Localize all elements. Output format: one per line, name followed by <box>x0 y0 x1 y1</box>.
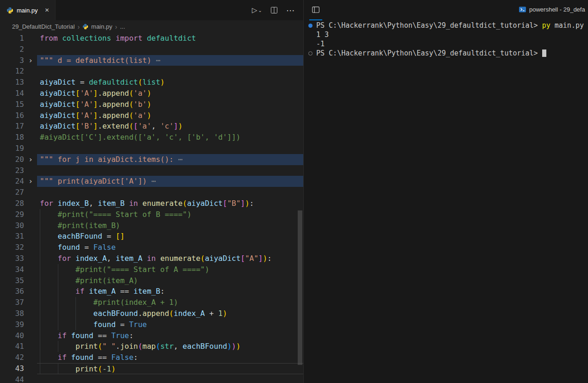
code-line-text[interactable] <box>37 66 303 77</box>
code-line[interactable]: 19 <box>0 143 303 154</box>
breadcrumb-file[interactable]: main.py <box>91 23 113 30</box>
code-line-text[interactable]: print(" ".join(map(str, eachBFound))) <box>37 341 303 352</box>
code-line-text[interactable] <box>37 374 303 383</box>
fold-chevron-icon[interactable]: › <box>24 55 37 66</box>
code-line[interactable]: 15aiyaDict['A'].append('b') <box>0 99 303 110</box>
breadcrumb-folder[interactable]: 29_DefaultDict_Tutorial <box>12 23 75 30</box>
indent-guide <box>58 341 58 352</box>
code-line[interactable]: 38 eachBFound.append(index_A + 1) <box>0 308 303 319</box>
more-actions-button[interactable]: ⋯ <box>286 5 295 16</box>
code-line-text[interactable]: if found == True: <box>37 330 303 341</box>
command-prompt-decoration-icon[interactable] <box>308 51 313 56</box>
fold-chevron-icon[interactable]: › <box>24 154 37 165</box>
line-number: 35 <box>0 275 24 286</box>
code-line[interactable]: 37 #print(index_A + 1) <box>0 297 303 308</box>
code-line-text[interactable]: #print(item_B) <box>37 220 303 231</box>
code-line-text[interactable]: eachBFound = [] <box>37 231 303 242</box>
code-line[interactable]: 16aiyaDict['A'].append('a') <box>0 110 303 121</box>
terminal-panel-tab[interactable] <box>309 0 322 20</box>
code-line-text[interactable]: #print(item_A) <box>37 275 303 286</box>
code-line[interactable]: 27 <box>0 187 303 198</box>
code-line[interactable]: 30 #print(item_B) <box>0 220 303 231</box>
line-number: 34 <box>0 264 24 275</box>
code-line[interactable]: 42 if found == False: <box>0 352 303 363</box>
code-line-text[interactable]: #print(index_A + 1) <box>37 297 303 308</box>
close-icon[interactable]: ✕ <box>45 7 50 13</box>
code-line-text[interactable] <box>37 165 303 176</box>
code-line[interactable]: 40 if found == True: <box>0 330 303 341</box>
code-line[interactable]: 12 <box>0 66 303 77</box>
gutter: 23 <box>0 165 37 176</box>
code-line-text[interactable]: #print("==== Start of A ====") <box>37 264 303 275</box>
breadcrumb-symbol[interactable]: ... <box>120 23 125 30</box>
split-editor-button[interactable] <box>270 6 278 14</box>
code-line[interactable]: 23 <box>0 165 303 176</box>
code-line[interactable]: 31 eachBFound = [] <box>0 231 303 242</box>
code-line-text[interactable]: aiyaDict['B'].extend(['a', 'c']) <box>37 121 303 132</box>
code-line-text[interactable]: found = False <box>37 242 303 253</box>
tab-main-py[interactable]: main.py ✕ <box>0 0 56 20</box>
command-executed-decoration-icon[interactable] <box>308 24 313 28</box>
code-line-text[interactable]: for index_A, item_A in enumerate(aiyaDic… <box>37 253 303 264</box>
indent-guide <box>58 364 58 374</box>
code-line-text[interactable] <box>37 187 303 198</box>
code-line-text[interactable]: aiyaDict['A'].append('b') <box>37 99 303 110</box>
code-line[interactable]: 44 <box>0 374 303 383</box>
code-line[interactable]: 39 found = True <box>0 319 303 330</box>
code-line-text[interactable]: if found == False: <box>37 352 303 363</box>
code-line[interactable]: 41 print(" ".join(map(str, eachBFound))) <box>0 341 303 352</box>
gutter: 17 <box>0 121 37 132</box>
code-line-text[interactable]: aiyaDict['A'].append('a') <box>37 110 303 121</box>
terminal-body[interactable]: PS C:\Hackerrank\Python\Easy\29_defaultd… <box>304 20 588 58</box>
indent-guide <box>40 286 40 297</box>
line-number: 42 <box>0 352 24 363</box>
run-button[interactable]: ▷⌄ <box>252 6 262 14</box>
code-line-text[interactable]: """ d = defaultdict(list) ⋯ <box>37 55 303 66</box>
code-line-text[interactable]: """ for j in aiyaDict.items(): ⋯ <box>37 154 303 165</box>
code-line-text[interactable]: print(-1) <box>37 363 303 374</box>
code-line-text[interactable]: #aiyaDict['C'].extend(['a', 'c', ['b', '… <box>37 132 303 143</box>
code-line-text[interactable]: from collections import defaultdict <box>37 33 303 44</box>
code-line-text[interactable]: aiyaDict = defaultdict(list) <box>37 77 303 88</box>
editor-scrollbar[interactable] <box>298 210 302 365</box>
code-line-text[interactable]: for index_B, item_B in enumerate(aiyaDic… <box>37 198 303 209</box>
code-line[interactable]: 36 if item_A == item_B: <box>0 286 303 297</box>
line-number: 16 <box>0 110 24 121</box>
code-line[interactable]: 18#aiyaDict['C'].extend(['a', 'c', ['b',… <box>0 132 303 143</box>
code-line-text[interactable]: #print("==== Start of B ====") <box>37 209 303 220</box>
code-line[interactable]: 32 found = False <box>0 242 303 253</box>
code-line[interactable]: 2 <box>0 44 303 55</box>
fold-gutter <box>24 198 37 209</box>
code-line[interactable]: 14aiyaDict['A'].append('a') <box>0 88 303 99</box>
code-line[interactable]: 34 #print("==== Start of A ====") <box>0 264 303 275</box>
code-line[interactable]: 28for index_B, item_B in enumerate(aiyaD… <box>0 198 303 209</box>
gutter: 37 <box>0 297 37 308</box>
gutter: 27 <box>0 187 37 198</box>
code-line[interactable]: 33 for index_A, item_A in enumerate(aiya… <box>0 253 303 264</box>
code-line-text[interactable] <box>37 44 303 55</box>
code-line-text[interactable]: aiyaDict['A'].append('a') <box>37 88 303 99</box>
code-line-text[interactable]: eachBFound.append(index_A + 1) <box>37 308 303 319</box>
indent-guide <box>40 209 40 220</box>
terminal-title: powershell - 29_defa <box>519 6 585 13</box>
code-line[interactable]: 13aiyaDict = defaultdict(list) <box>0 77 303 88</box>
indent-guide <box>40 330 40 341</box>
fold-chevron-icon[interactable]: › <box>24 176 37 187</box>
terminal-header: powershell - 29_defa <box>304 0 588 20</box>
code-line-text[interactable]: if item_A == item_B: <box>37 286 303 297</box>
code-line[interactable]: 1from collections import defaultdict <box>0 33 303 44</box>
line-number: 14 <box>0 88 24 99</box>
code-line[interactable]: 43 print(-1) <box>0 363 303 374</box>
indent-guide <box>58 308 58 319</box>
code-line[interactable]: 17aiyaDict['B'].extend(['a', 'c']) <box>0 121 303 132</box>
code-line-text[interactable]: """ print(aiyaDict['A']) ⋯ <box>37 176 303 187</box>
gutter: 35 <box>0 275 37 286</box>
code-line[interactable]: 29 #print("==== Start of B ====") <box>0 209 303 220</box>
code-line-text[interactable]: found = True <box>37 319 303 330</box>
code-line[interactable]: 3›""" d = defaultdict(list) ⋯ <box>0 55 303 66</box>
code-line[interactable]: 35 #print(item_A) <box>0 275 303 286</box>
code-line[interactable]: 24›""" print(aiyaDict['A']) ⋯ <box>0 176 303 187</box>
line-number: 3 <box>0 55 24 66</box>
code-line-text[interactable] <box>37 143 303 154</box>
code-line[interactable]: 20›""" for j in aiyaDict.items(): ⋯ <box>0 154 303 165</box>
